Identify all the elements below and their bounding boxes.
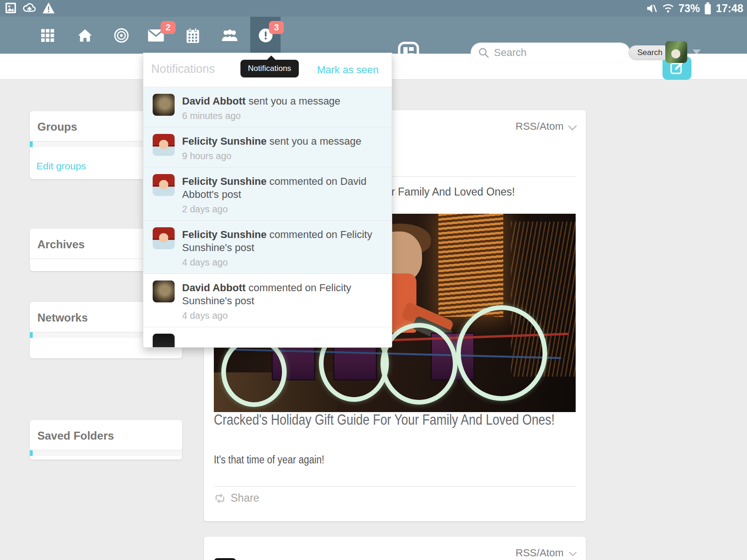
compose-icon: [670, 61, 684, 75]
bullseye-icon: [114, 28, 129, 43]
android-status-bar: 73% 17:48: [0, 0, 747, 17]
calendar-icon: [186, 28, 200, 43]
notification-item[interactable]: Felicity Sunshine commented on Felicity …: [143, 220, 392, 273]
dropdown-title: Notifications: [151, 62, 215, 76]
avatar: [153, 334, 175, 348]
notification-text: Felicity Sunshine sent you a message 9 h…: [182, 134, 382, 161]
notification-actor: Felicity Sunshine: [182, 135, 267, 147]
battery-percent: 73%: [678, 2, 700, 15]
notification-text: David Abbott commented on Felicity Sunsh…: [182, 280, 382, 321]
notification-item[interactable]: [143, 327, 392, 348]
share-button[interactable]: Share: [214, 492, 259, 504]
notification-text: David Abbott sent you a message 6 minute…: [182, 94, 382, 121]
notification-actor: Felicity Sunshine: [182, 229, 267, 240]
apps-grid-button[interactable]: [33, 17, 63, 54]
divider: [214, 486, 576, 487]
top-navbar: 2 3 Search: [0, 17, 747, 54]
post-network-label[interactable]: RSS/Atom: [515, 120, 564, 133]
notification-time: 4 days ago: [182, 257, 382, 268]
notification-actor: David Abbott: [182, 282, 246, 294]
retweet-icon: [214, 493, 226, 504]
avatar: [153, 94, 175, 116]
mute-icon: [646, 2, 658, 14]
user-menu-caret-icon[interactable]: [692, 49, 701, 54]
notification-action: sent you a message: [248, 95, 340, 107]
gallery-icon: [5, 2, 17, 14]
notification-item[interactable]: David Abbott commented on Felicity Sunsh…: [143, 273, 392, 327]
network-item[interactable]: [30, 349, 182, 355]
notification-item[interactable]: Felicity Sunshine sent you a message 9 h…: [143, 127, 392, 167]
wifi-icon: [662, 2, 675, 14]
search-icon: [478, 47, 489, 58]
coaster-loop: [456, 305, 547, 401]
search-input[interactable]: [494, 47, 628, 59]
post-network-label[interactable]: RSS/Atom: [515, 547, 564, 559]
folder-item[interactable]: [30, 450, 182, 456]
avatar: [153, 134, 175, 156]
tooltip: Notifications: [240, 60, 299, 77]
attachment-description: It's that time of year again!: [214, 454, 584, 466]
window-blinds: [438, 214, 504, 317]
user-avatar[interactable]: [665, 41, 687, 63]
avatar: [153, 174, 175, 196]
notification-text: Felicity Sunshine commented on Felicity …: [182, 227, 382, 268]
notification-list: David Abbott sent you a message 6 minute…: [143, 87, 392, 348]
attachment-title[interactable]: Cracked's Holiday Gift Guide For Your Fa…: [214, 411, 578, 429]
mark-as-seen-link[interactable]: Mark as seen: [317, 64, 379, 76]
avatar: [153, 227, 175, 249]
notification-time: 6 minutes ago: [182, 110, 382, 121]
warning-icon: [42, 2, 55, 14]
friendica-logo[interactable]: [398, 42, 419, 63]
messages-badge: 2: [161, 21, 176, 34]
post-card: RSS/Atom: [204, 537, 586, 560]
users-icon: [221, 28, 238, 42]
cloud-upload-icon: [22, 2, 36, 14]
calendar-button[interactable]: [178, 17, 208, 54]
notification-text: Felicity Sunshine commented on David Abb…: [182, 174, 382, 215]
notification-item[interactable]: David Abbott sent you a message 6 minute…: [143, 87, 392, 127]
search-bar: Search: [471, 42, 630, 63]
saved-folders-panel: Saved Folders: [30, 420, 182, 460]
notification-action: sent you a message: [269, 135, 361, 147]
chevron-down-icon[interactable]: [567, 124, 578, 132]
notification-item[interactable]: Felicity Sunshine commented on David Abb…: [143, 167, 392, 220]
network-button[interactable]: [106, 17, 136, 54]
notification-actor: Felicity Sunshine: [182, 175, 267, 187]
grid-icon: [41, 28, 55, 42]
home-icon: [78, 28, 92, 42]
saved-folders-list: [30, 450, 182, 456]
clock: 17:48: [716, 2, 743, 15]
contacts-button[interactable]: [215, 17, 245, 54]
avatar: [214, 558, 236, 560]
notification-time: 9 hours ago: [182, 150, 382, 161]
notifications-dropdown: Notifications Mark as seen David Abbott …: [143, 53, 392, 348]
notification-actor: David Abbott: [182, 95, 246, 107]
home-button[interactable]: [70, 17, 100, 54]
panel-title: Saved Folders: [30, 420, 182, 450]
friendica-app: 73% 17:48 2 3: [0, 0, 747, 560]
battery-icon: [704, 2, 712, 15]
chevron-down-icon[interactable]: [568, 551, 578, 557]
avatar: [153, 280, 175, 302]
notification-text: [182, 334, 382, 348]
notification-time: 2 days ago: [182, 203, 382, 215]
share-label: Share: [231, 492, 259, 504]
notification-time: 4 days ago: [182, 310, 382, 321]
notifications-badge: 3: [269, 21, 284, 34]
